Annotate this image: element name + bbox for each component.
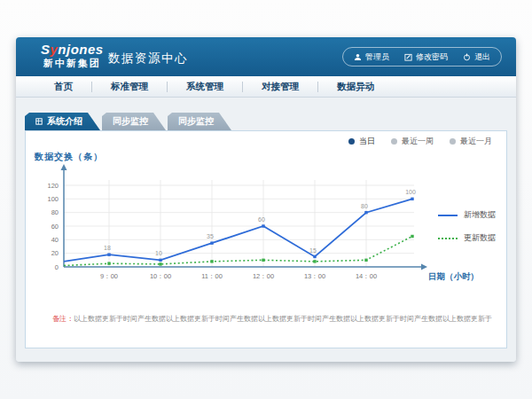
svg-text:9：00: 9：00: [100, 272, 118, 280]
radio-label: 最近一月: [460, 136, 492, 147]
logo-wordmark: Synjones: [41, 43, 104, 58]
tab-sync-monitor-1[interactable]: 同步监控: [102, 113, 166, 130]
page-title: 数据资源中心: [108, 51, 188, 66]
footnote-text: 以上数据更新于时间产生数据以上数据更新于时间产生数据以上数据更新于时间产生数据以…: [74, 315, 492, 323]
svg-text:日期（小时）: 日期（小时）: [428, 271, 479, 282]
svg-text:40: 40: [51, 236, 59, 244]
logo-text: S: [41, 42, 51, 57]
tab-system-intro[interactable]: 系统介绍: [25, 113, 100, 130]
grid-icon: [35, 118, 43, 125]
nav-item-data-change[interactable]: 数据异动: [318, 81, 393, 93]
tab-label: 同步监控: [178, 115, 214, 128]
svg-text:10：00: 10：00: [150, 272, 171, 280]
legend-item-new-data: 新增数据: [438, 209, 496, 221]
user-menu: 管理员 修改密码 退出: [342, 47, 502, 66]
radio-label: 最近一周: [402, 136, 434, 147]
radio-dot-icon: [348, 138, 355, 145]
user-menu-label: 管理员: [365, 51, 389, 63]
footnote-prefix: 备注：: [52, 315, 74, 323]
company-logo: Synjones 新中新集团: [41, 43, 104, 68]
tab-bar: 系统介绍 同步监控 同步监控: [25, 113, 233, 130]
change-password-button[interactable]: 修改密码: [404, 51, 448, 63]
svg-text:20: 20: [51, 249, 59, 257]
radio-last-week[interactable]: 最近一周: [391, 136, 434, 147]
legend-label: 新增数据: [464, 209, 496, 221]
radio-label: 当日: [359, 136, 375, 147]
logo-text: njones: [58, 42, 103, 57]
nav-item-system-mgmt[interactable]: 系统管理: [168, 81, 242, 93]
svg-text:80: 80: [361, 203, 368, 209]
svg-text:15: 15: [309, 247, 317, 254]
footnote: 备注：以上数据更新于时间产生数据以上数据更新于时间产生数据以上数据更新于时间产生…: [52, 314, 492, 324]
user-icon: [354, 53, 362, 61]
svg-text:11：00: 11：00: [201, 272, 223, 280]
radio-today[interactable]: 当日: [348, 136, 375, 147]
svg-text:100: 100: [47, 195, 59, 203]
svg-text:120: 120: [47, 182, 59, 190]
content-area: 系统介绍 同步监控 同步监控 当日 最近一周: [16, 98, 516, 362]
logo-subtitle: 新中新集团: [41, 58, 104, 68]
solid-line-icon: [438, 215, 458, 216]
chart-legend: 新增数据 更新数据: [438, 209, 496, 244]
svg-text:13：00: 13：00: [304, 272, 325, 280]
svg-text:60: 60: [258, 216, 265, 223]
nav-item-standard-mgmt[interactable]: 标准管理: [92, 81, 167, 93]
legend-item-updated-data: 更新数据: [438, 232, 496, 244]
user-menu-label: 修改密码: [416, 51, 448, 63]
app-window: Synjones 新中新集团 数据资源中心 管理员 修改密码 退出 首页 标准管…: [16, 37, 516, 362]
dotted-line-icon: [438, 238, 458, 239]
svg-text:80: 80: [51, 208, 59, 216]
tab-label: 同步监控: [113, 115, 148, 128]
svg-text:0: 0: [55, 263, 59, 271]
power-icon: [463, 53, 471, 61]
chart-panel: 当日 最近一周 最近一月 数据交换（条） 0204060801001209：00…: [25, 130, 507, 348]
edit-icon: [404, 53, 412, 61]
svg-text:18: 18: [104, 245, 111, 251]
nav-item-home[interactable]: 首页: [35, 81, 91, 93]
line-chart: 0204060801001209：0010：0011：0012：0013：001…: [26, 161, 506, 296]
svg-text:35: 35: [207, 233, 214, 239]
svg-text:14：00: 14：00: [356, 272, 377, 280]
radio-dot-icon: [391, 138, 397, 145]
legend-label: 更新数据: [464, 232, 496, 244]
range-filter-group: 当日 最近一周 最近一月: [348, 136, 492, 147]
tab-label: 系统介绍: [47, 115, 82, 128]
user-menu-admin[interactable]: 管理员: [354, 51, 389, 63]
svg-text:10: 10: [155, 250, 162, 256]
user-menu-label: 退出: [474, 51, 490, 63]
app-header: Synjones 新中新集团 数据资源中心 管理员 修改密码 退出: [16, 37, 516, 76]
tab-sync-monitor-2[interactable]: 同步监控: [168, 113, 231, 130]
svg-text:12：00: 12：00: [253, 272, 274, 280]
radio-dot-icon: [450, 138, 456, 145]
radio-last-month[interactable]: 最近一月: [450, 136, 492, 147]
logout-button[interactable]: 退出: [463, 51, 490, 63]
svg-text:60: 60: [51, 223, 59, 231]
nav-item-interface-mgmt[interactable]: 对接管理: [243, 81, 317, 93]
svg-text:100: 100: [405, 189, 416, 195]
main-nav: 首页 标准管理 系统管理 对接管理 数据异动: [16, 76, 516, 98]
